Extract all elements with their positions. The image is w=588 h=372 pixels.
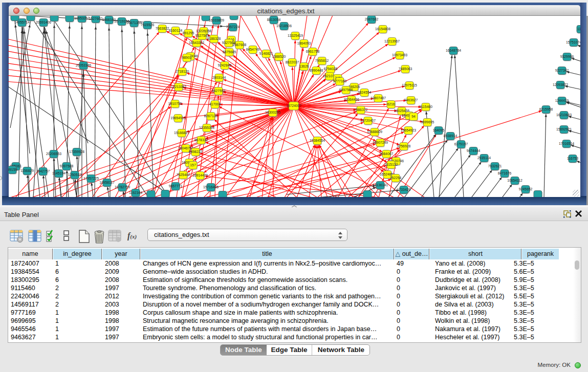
svg-text:8990448: 8990448 bbox=[310, 69, 323, 72]
svg-text:1910755: 1910755 bbox=[168, 102, 182, 105]
svg-text:9463627: 9463627 bbox=[404, 98, 418, 102]
svg-text:10807487: 10807487 bbox=[371, 96, 386, 100]
svg-text:2935114: 2935114 bbox=[477, 156, 491, 160]
svg-text:1250513: 1250513 bbox=[68, 173, 82, 177]
svg-text:12355394: 12355394 bbox=[199, 126, 214, 129]
svg-text:14136141: 14136141 bbox=[373, 183, 388, 187]
svg-text:12213382: 12213382 bbox=[171, 85, 186, 89]
svg-text:17359928: 17359928 bbox=[69, 150, 84, 154]
svg-text:8454749: 8454749 bbox=[246, 48, 260, 51]
svg-text:8427552: 8427552 bbox=[212, 89, 226, 93]
svg-text:19384554: 19384554 bbox=[310, 139, 325, 142]
svg-text:157: 157 bbox=[190, 163, 196, 167]
svg-text:7663822: 7663822 bbox=[156, 27, 169, 30]
svg-text:5875685: 5875685 bbox=[223, 50, 236, 54]
svg-text:16154808: 16154808 bbox=[375, 27, 390, 31]
svg-text:8471676: 8471676 bbox=[498, 171, 512, 175]
svg-text:6794028: 6794028 bbox=[324, 67, 338, 71]
svg-text:8186328: 8186328 bbox=[207, 37, 221, 40]
svg-text:6497568: 6497568 bbox=[339, 88, 353, 92]
svg-text:7955812: 7955812 bbox=[315, 59, 329, 62]
svg-text:2087682: 2087682 bbox=[365, 17, 379, 21]
svg-text:10688609: 10688609 bbox=[367, 130, 382, 134]
svg-text:20206553: 20206553 bbox=[46, 152, 61, 156]
svg-text:9777169: 9777169 bbox=[333, 79, 347, 83]
svg-text:9474444: 9474444 bbox=[467, 149, 481, 152]
svg-text:7986372: 7986372 bbox=[354, 108, 368, 112]
svg-text:15692921: 15692921 bbox=[556, 127, 572, 131]
svg-text:10973493: 10973493 bbox=[392, 53, 407, 57]
svg-text:10653267: 10653267 bbox=[74, 16, 90, 20]
svg-text:1192344: 1192344 bbox=[129, 191, 142, 194]
svg-text:9242845: 9242845 bbox=[218, 63, 232, 67]
svg-text:2367608: 2367608 bbox=[233, 43, 247, 47]
svg-text:20364436: 20364436 bbox=[344, 98, 359, 101]
svg-text:10654112: 10654112 bbox=[507, 179, 522, 182]
svg-text:116753: 116753 bbox=[567, 157, 578, 160]
svg-text:98901: 98901 bbox=[182, 56, 192, 59]
svg-text:16782759: 16782759 bbox=[115, 185, 130, 189]
svg-text:16210643: 16210643 bbox=[556, 113, 572, 117]
svg-text:19218506: 19218506 bbox=[276, 24, 292, 28]
svg-text:15720407: 15720407 bbox=[360, 119, 376, 122]
svg-text:20053346: 20053346 bbox=[76, 63, 91, 67]
svg-text:9227342: 9227342 bbox=[555, 69, 569, 72]
svg-text:12975115: 12975115 bbox=[402, 83, 417, 87]
svg-text:1112: 1112 bbox=[577, 27, 580, 31]
svg-text:16671355: 16671355 bbox=[126, 21, 142, 25]
svg-text:9115460: 9115460 bbox=[419, 105, 432, 108]
svg-text:252254: 252254 bbox=[390, 176, 402, 180]
svg-text:1615132: 1615132 bbox=[384, 163, 398, 166]
svg-text:9146821: 9146821 bbox=[259, 52, 273, 55]
svg-text:3824554: 3824554 bbox=[358, 91, 372, 94]
svg-text:2718120: 2718120 bbox=[176, 70, 189, 73]
svg-text:19166827: 19166827 bbox=[174, 131, 189, 135]
svg-text:8938914: 8938914 bbox=[444, 134, 458, 138]
svg-text:9084067: 9084067 bbox=[380, 152, 394, 156]
svg-text:16033809: 16033809 bbox=[209, 18, 224, 22]
svg-text:6179197: 6179197 bbox=[454, 142, 468, 146]
svg-text:19654923: 19654923 bbox=[401, 128, 416, 132]
svg-text:7485063: 7485063 bbox=[399, 67, 412, 71]
svg-text:891295: 891295 bbox=[183, 31, 194, 35]
svg-text:13325419: 13325419 bbox=[288, 34, 303, 37]
svg-text:18724007: 18724007 bbox=[286, 104, 301, 107]
svg-text:94: 94 bbox=[411, 115, 416, 118]
svg-text:8215958: 8215958 bbox=[539, 107, 553, 111]
svg-text:9657771: 9657771 bbox=[169, 184, 183, 188]
svg-text:8267130: 8267130 bbox=[204, 114, 218, 118]
svg-text:1864093: 1864093 bbox=[297, 41, 311, 45]
svg-text:7515526: 7515526 bbox=[141, 23, 155, 27]
svg-text:2942757: 2942757 bbox=[36, 169, 50, 173]
svg-text:1527602: 1527602 bbox=[89, 17, 103, 20]
svg-text:15716485: 15716485 bbox=[203, 185, 219, 189]
svg-text:13626: 13626 bbox=[299, 64, 309, 68]
svg-text:12093872: 12093872 bbox=[553, 83, 568, 86]
svg-text:9699695: 9699695 bbox=[421, 120, 434, 124]
svg-text:1733426: 1733426 bbox=[397, 188, 411, 191]
svg-text:16543362: 16543362 bbox=[189, 41, 204, 45]
svg-text:164095: 164095 bbox=[433, 128, 445, 132]
svg-text:16914479: 16914479 bbox=[192, 173, 208, 177]
svg-text:99159: 99159 bbox=[8, 168, 17, 171]
svg-text:16648784: 16648784 bbox=[446, 49, 461, 52]
svg-text:417004: 417004 bbox=[209, 102, 221, 106]
svg-text:7632621: 7632621 bbox=[488, 164, 502, 168]
svg-text:6961758: 6961758 bbox=[306, 50, 320, 53]
svg-text:8678332: 8678332 bbox=[194, 138, 208, 142]
svg-text:18300295: 18300295 bbox=[265, 111, 280, 114]
svg-text:8822037: 8822037 bbox=[286, 60, 299, 64]
svg-text:9756928: 9756928 bbox=[397, 144, 411, 148]
svg-text:17957225: 17957225 bbox=[83, 177, 99, 180]
svg-text:19654915: 19654915 bbox=[170, 116, 186, 120]
svg-text:9245652: 9245652 bbox=[519, 187, 533, 191]
svg-text:10958117: 10958117 bbox=[99, 181, 115, 184]
svg-text:1244419: 1244419 bbox=[555, 99, 569, 102]
svg-text:8498222: 8498222 bbox=[189, 150, 203, 154]
svg-text:2803144: 2803144 bbox=[212, 76, 226, 79]
svg-text:17016514: 17016514 bbox=[559, 142, 574, 145]
svg-text:1145194: 1145194 bbox=[52, 171, 66, 175]
svg-text:1156829: 1156829 bbox=[20, 169, 34, 172]
svg-text:9397588: 9397588 bbox=[60, 164, 74, 168]
svg-text:20691406: 20691406 bbox=[36, 20, 51, 24]
